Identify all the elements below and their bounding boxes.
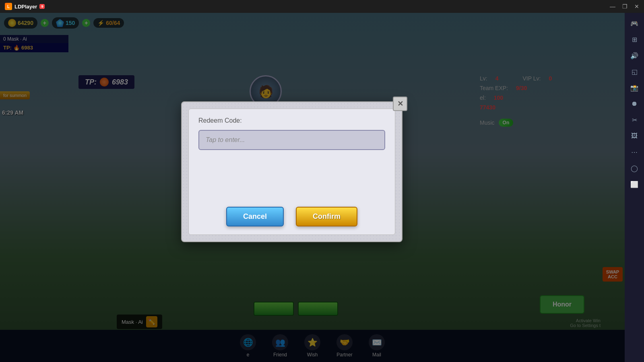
restore-button[interactable]: ❐ (619, 2, 630, 11)
sidebar-icon-gamepad[interactable]: 🎮 (627, 16, 642, 31)
close-icon: ✕ (397, 99, 403, 108)
dialog-input-wrap[interactable] (198, 130, 385, 150)
sidebar-icon-image[interactable]: 🖼 (627, 129, 642, 143)
sidebar-icon-cut[interactable]: ✂ (627, 113, 642, 127)
app-name: LDPlayer (14, 4, 37, 10)
redeem-dialog: ✕ Redeem Code: Cancel Confirm (181, 101, 402, 242)
confirm-label: Confirm (313, 212, 341, 220)
logo-icon: L (5, 3, 12, 10)
redeem-code-input[interactable] (206, 136, 378, 144)
dialog-inner: Redeem Code: Cancel Confirm (188, 109, 395, 235)
window-controls: — ❐ ✕ (607, 2, 644, 11)
cancel-button[interactable]: Cancel (226, 207, 284, 226)
sidebar-icon-more[interactable]: ⋯ (627, 145, 642, 159)
cancel-label: Cancel (243, 212, 267, 220)
sidebar-icon-circle[interactable]: ◯ (627, 161, 642, 175)
game-area: 64290 + 150 + ⚡ 60/64 0 Mask · Ai TP: 🔥 … (0, 13, 625, 362)
confirm-button[interactable]: Confirm (296, 207, 357, 226)
dialog-buttons: Cancel Confirm (226, 207, 357, 226)
app-logo: L LDPlayer 9 (0, 3, 50, 10)
titlebar: L LDPlayer 9 — ❐ ✕ (0, 0, 644, 13)
minimize-button[interactable]: — (607, 2, 618, 11)
sidebar-icon-grid[interactable]: ⊞ (627, 32, 642, 47)
sidebar-icon-sound[interactable]: 🔊 (627, 48, 642, 63)
sidebar-icon-square[interactable]: ⬜ (627, 177, 642, 191)
dialog-outer: ✕ Redeem Code: Cancel Confirm (181, 101, 402, 242)
sidebar-icon-record[interactable]: ⏺ (627, 97, 642, 111)
dialog-close-button[interactable]: ✕ (393, 97, 407, 111)
dialog-label: Redeem Code: (198, 117, 242, 124)
close-button[interactable]: ✕ (631, 2, 642, 11)
sidebar-icon-screenshot[interactable]: 📸 (627, 80, 642, 95)
sidebar-icon-resize[interactable]: ◱ (627, 64, 642, 79)
right-sidebar: 🎮 ⊞ 🔊 ◱ 📸 ⏺ ✂ 🖼 ⋯ ◯ ⬜ (625, 13, 644, 362)
version-badge: 9 (39, 4, 45, 9)
